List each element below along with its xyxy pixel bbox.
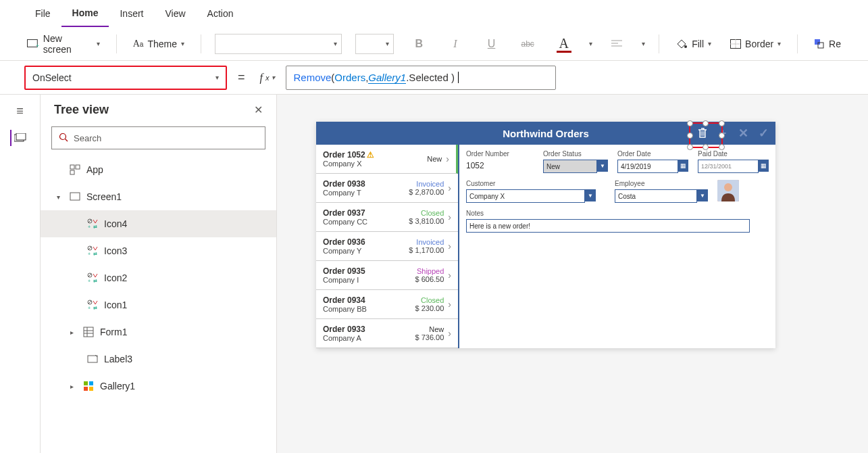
chevron-down-icon[interactable]: ▾: [642, 40, 645, 47]
chevron-down-icon: ▾: [708, 40, 711, 47]
tree-screen[interactable]: ▾ Screen1: [41, 183, 276, 210]
plus-icon[interactable]: +: [716, 126, 730, 140]
font-color-button[interactable]: A: [553, 32, 576, 55]
svg-line-14: [66, 139, 68, 141]
calendar-icon[interactable]: ▦: [758, 160, 769, 172]
bold-button[interactable]: B: [407, 32, 430, 55]
gallery-row[interactable]: Order 0937Company CCClosed$ 3,810.00›: [316, 203, 458, 232]
tree-item-form1[interactable]: ▸ Form1: [41, 318, 276, 345]
cursor: [455, 72, 459, 83]
order-status-dropdown[interactable]: New: [543, 160, 597, 173]
property-dropdown[interactable]: OnSelect ▾: [24, 66, 227, 90]
border-button[interactable]: Border ▾: [727, 33, 784, 55]
tree-item-gallery1[interactable]: ▸ Gallery1: [41, 373, 276, 400]
app-body: Order 1052⚠Company XNew›Order 0938Compan…: [316, 145, 775, 348]
order-title: Order 0937: [323, 208, 409, 218]
menu-insert[interactable]: Insert: [109, 0, 154, 27]
order-status: New: [415, 325, 444, 333]
tree-app[interactable]: App: [41, 156, 276, 183]
close-icon[interactable]: ✕: [254, 103, 263, 116]
formula-token-gallery: Gallery1: [368, 72, 406, 84]
search-input[interactable]: Search: [51, 126, 265, 149]
underline-button[interactable]: U: [480, 32, 503, 55]
font-size-dropdown[interactable]: ▾: [355, 34, 394, 54]
align-button[interactable]: [606, 32, 629, 55]
svg-rect-35: [84, 327, 93, 337]
close-icon[interactable]: ✕: [736, 126, 750, 140]
check-icon[interactable]: ✓: [757, 126, 770, 140]
employee-dropdown[interactable]: Costa: [615, 189, 697, 203]
fill-button[interactable]: Fill ▾: [673, 33, 714, 55]
label-order-status: Order Status: [543, 150, 608, 158]
screen-plus-icon: +: [27, 39, 39, 49]
form-icon: [82, 326, 95, 338]
separator: [116, 34, 117, 53]
strikethrough-button[interactable]: abc: [516, 32, 539, 55]
svg-text:+: +: [88, 306, 91, 310]
font-family-dropdown[interactable]: ▾: [215, 34, 342, 54]
tree-item-icon1[interactable]: +⇄ Icon1: [41, 291, 276, 318]
gallery-row[interactable]: Order 1052⚠Company XNew›: [316, 145, 458, 174]
svg-rect-9: [815, 39, 820, 45]
svg-rect-12: [16, 133, 26, 140]
fx-button[interactable]: fx ▾: [256, 72, 280, 84]
gallery-row[interactable]: Order 0938Company TInvoiced$ 2,870.00›: [316, 174, 458, 203]
reorder-icon: [814, 39, 825, 49]
gallery-row[interactable]: Order 0933Company ANew$ 736.00›: [316, 319, 458, 348]
trash-icon[interactable]: [696, 126, 709, 140]
paid-date-input[interactable]: 12/31/2001: [698, 160, 759, 173]
border-icon: [730, 39, 741, 49]
gallery-row[interactable]: Order 0936Company YInvoiced$ 1,170.00›: [316, 232, 458, 261]
orders-gallery[interactable]: Order 1052⚠Company XNew›Order 0938Compan…: [316, 145, 459, 348]
new-screen-button[interactable]: + New screen ▾: [24, 33, 103, 55]
chevron-down-icon[interactable]: ▼: [697, 189, 708, 201]
app-preview[interactable]: Northwind Orders: [316, 122, 775, 348]
menu-action[interactable]: Action: [197, 0, 245, 27]
chevron-down-icon[interactable]: ▼: [597, 160, 608, 172]
chevron-down-icon: ▾: [181, 40, 184, 47]
trash-icon-wrapper: [696, 126, 709, 140]
order-status: Closed: [409, 209, 444, 217]
svg-point-13: [60, 133, 66, 139]
svg-text:+: +: [88, 252, 91, 256]
svg-point-5: [684, 45, 687, 48]
reorder-button[interactable]: Re: [811, 33, 844, 55]
svg-line-20: [88, 220, 91, 222]
svg-text:+: +: [36, 42, 39, 48]
menu-file[interactable]: File: [24, 0, 61, 27]
svg-rect-44: [89, 387, 93, 391]
chevron-down-icon[interactable]: ▾: [589, 40, 592, 47]
gallery-row[interactable]: Order 0934Company BBClosed$ 230.00›: [316, 290, 458, 319]
caret-down-icon: ▾: [57, 193, 63, 201]
menubar: File Home Insert View Action: [0, 0, 868, 27]
tree-item-icon3[interactable]: +⇄ Icon3: [41, 237, 276, 264]
separator: [201, 34, 201, 53]
customer-dropdown[interactable]: Company X: [466, 189, 585, 203]
tree-item-label3[interactable]: Label3: [41, 345, 276, 373]
order-amount: $ 1,170.00: [409, 246, 444, 254]
menu-view[interactable]: View: [154, 0, 196, 27]
italic-button[interactable]: I: [444, 32, 467, 55]
tree-view-icon[interactable]: [10, 130, 26, 146]
canvas[interactable]: Northwind Orders: [277, 95, 868, 453]
tree-item-label: Form1: [100, 327, 127, 337]
formula-input[interactable]: Remove( Orders, Gallery1.Selected ): [286, 66, 556, 90]
iconset-icon: +⇄: [86, 245, 99, 257]
tree-item-label: Icon3: [104, 245, 127, 256]
formula-token: .Selected ): [406, 72, 455, 83]
notes-input[interactable]: Here is a new order!: [466, 219, 750, 233]
gallery-row[interactable]: Order 0935Company IShipped$ 606.50›: [316, 261, 458, 290]
tree-item-icon2[interactable]: +⇄ Icon2: [41, 264, 276, 291]
chevron-down-icon[interactable]: ▼: [585, 189, 596, 201]
chevron-right-icon: ›: [444, 183, 451, 193]
theme-button[interactable]: Aa Theme ▾: [130, 33, 187, 55]
paint-bucket-icon: [675, 39, 688, 49]
chevron-down-icon: ▾: [97, 40, 100, 47]
menu-home[interactable]: Home: [61, 0, 109, 27]
hamburger-icon[interactable]: ≡: [12, 103, 28, 119]
calendar-icon[interactable]: ▦: [678, 160, 688, 172]
order-date-input[interactable]: 4/19/2019: [617, 160, 678, 173]
warning-icon: ⚠: [367, 150, 374, 160]
tree-item-icon4[interactable]: +⇄ Icon4: [41, 210, 276, 237]
tree-panel: Tree view ✕ Search App ▾ Screen1 +⇄ Icon…: [41, 95, 277, 453]
